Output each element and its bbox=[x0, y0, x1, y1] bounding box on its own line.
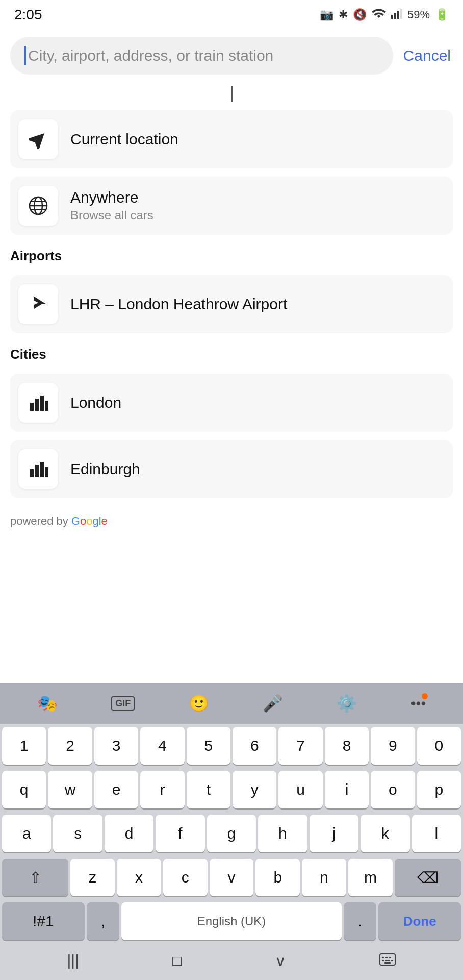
svg-rect-23 bbox=[391, 960, 393, 961]
svg-rect-9 bbox=[30, 403, 34, 411]
svg-rect-19 bbox=[385, 957, 388, 958]
svg-rect-15 bbox=[40, 462, 44, 477]
cancel-button[interactable]: Cancel bbox=[401, 43, 453, 68]
key-g[interactable]: g bbox=[207, 815, 256, 852]
current-location-title: Current location bbox=[70, 131, 445, 148]
key-u[interactable]: u bbox=[278, 771, 322, 808]
cities-section-header: Cities bbox=[0, 341, 463, 369]
key-2[interactable]: 2 bbox=[48, 727, 92, 765]
battery-text: 59% bbox=[407, 8, 430, 21]
key-o[interactable]: o bbox=[371, 771, 415, 808]
keyboard-row-bottom: !#1 , English (UK) . Done bbox=[0, 899, 463, 943]
powered-by-text: powered by bbox=[10, 514, 68, 528]
edinburgh-item[interactable]: Edinburgh bbox=[10, 440, 453, 498]
status-bar: 2:05 📷 ✱ 🔇 59% 🔋 bbox=[0, 0, 463, 29]
current-location-text: Current location bbox=[70, 131, 445, 148]
key-f[interactable]: f bbox=[156, 815, 204, 852]
svg-rect-20 bbox=[389, 957, 391, 958]
london-title: London bbox=[70, 394, 445, 411]
key-l[interactable]: l bbox=[412, 815, 461, 852]
google-brand: Google bbox=[71, 514, 108, 528]
search-placeholder: City, airport, address, or train station bbox=[28, 47, 273, 64]
svg-rect-3 bbox=[400, 9, 402, 19]
sticker-icon[interactable]: 🎭 bbox=[37, 694, 58, 713]
anywhere-subtitle: Browse all cars bbox=[70, 208, 445, 223]
edinburgh-title: Edinburgh bbox=[70, 460, 445, 478]
search-input-container[interactable]: City, airport, address, or train station bbox=[10, 37, 393, 75]
key-3[interactable]: 3 bbox=[94, 727, 138, 765]
key-0[interactable]: 0 bbox=[417, 727, 461, 765]
svg-rect-21 bbox=[382, 960, 384, 961]
wifi-icon bbox=[372, 8, 386, 22]
key-comma[interactable]: , bbox=[87, 902, 120, 940]
keyboard-row-qwerty: q w e r t y u i o p bbox=[0, 768, 463, 812]
key-x[interactable]: x bbox=[117, 859, 161, 896]
emoji-icon[interactable]: 🙂 bbox=[189, 694, 209, 713]
key-shift[interactable]: ⇧ bbox=[2, 859, 68, 896]
key-s[interactable]: s bbox=[53, 815, 102, 852]
mic-icon[interactable]: 🎤 bbox=[263, 694, 283, 713]
more-icon[interactable]: ••• bbox=[411, 695, 426, 712]
key-d[interactable]: d bbox=[105, 815, 153, 852]
key-m[interactable]: m bbox=[348, 859, 393, 896]
svg-rect-16 bbox=[45, 467, 48, 477]
lhr-text: LHR – London Heathrow Airport bbox=[70, 296, 445, 313]
text-cursor-line bbox=[231, 86, 233, 102]
key-i[interactable]: i bbox=[325, 771, 369, 808]
key-1[interactable]: 1 bbox=[2, 727, 46, 765]
key-h[interactable]: h bbox=[258, 815, 307, 852]
key-k[interactable]: k bbox=[361, 815, 409, 852]
key-t[interactable]: t bbox=[187, 771, 230, 808]
anywhere-item[interactable]: Anywhere Browse all cars bbox=[10, 177, 453, 235]
key-4[interactable]: 4 bbox=[140, 727, 184, 765]
key-n[interactable]: n bbox=[302, 859, 346, 896]
key-7[interactable]: 7 bbox=[278, 727, 322, 765]
key-e[interactable]: e bbox=[94, 771, 138, 808]
key-v[interactable]: v bbox=[210, 859, 254, 896]
key-period[interactable]: . bbox=[344, 902, 377, 940]
anywhere-icon-box bbox=[18, 186, 58, 226]
key-5[interactable]: 5 bbox=[187, 727, 230, 765]
location-list: Current location Anywhere Browse all car… bbox=[0, 105, 463, 235]
london-text: London bbox=[70, 394, 445, 411]
edinburgh-text: Edinburgh bbox=[70, 460, 445, 478]
key-symbols[interactable]: !#1 bbox=[2, 902, 85, 940]
key-q[interactable]: q bbox=[2, 771, 46, 808]
text-cursor-area bbox=[0, 80, 463, 105]
key-r[interactable]: r bbox=[140, 771, 184, 808]
key-b[interactable]: b bbox=[255, 859, 300, 896]
key-c[interactable]: c bbox=[163, 859, 208, 896]
nav-home-icon[interactable]: □ bbox=[172, 952, 182, 969]
key-6[interactable]: 6 bbox=[233, 727, 276, 765]
london-item[interactable]: London bbox=[10, 374, 453, 432]
search-area: City, airport, address, or train station… bbox=[0, 29, 463, 80]
keyboard-row-asdf: a s d f g h j k l bbox=[0, 812, 463, 855]
key-p[interactable]: p bbox=[417, 771, 461, 808]
bar-chart-icon-edinburgh bbox=[28, 459, 48, 479]
key-j[interactable]: j bbox=[310, 815, 358, 852]
nav-keyboard-icon[interactable] bbox=[379, 952, 396, 969]
key-w[interactable]: w bbox=[48, 771, 92, 808]
key-backspace[interactable]: ⌫ bbox=[395, 859, 461, 896]
key-done[interactable]: Done bbox=[378, 902, 461, 940]
gif-button[interactable]: GIF bbox=[111, 696, 135, 711]
key-8[interactable]: 8 bbox=[325, 727, 369, 765]
search-row: City, airport, address, or train station… bbox=[10, 37, 453, 75]
anywhere-title: Anywhere bbox=[70, 189, 445, 206]
nav-recents-icon[interactable]: ∨ bbox=[275, 952, 286, 970]
lhr-item[interactable]: LHR – London Heathrow Airport bbox=[10, 275, 453, 333]
current-location-item[interactable]: Current location bbox=[10, 110, 453, 168]
nav-back-icon[interactable]: ||| bbox=[67, 952, 79, 969]
settings-icon[interactable]: ⚙️ bbox=[337, 694, 357, 713]
lhr-title: LHR – London Heathrow Airport bbox=[70, 296, 445, 313]
key-9[interactable]: 9 bbox=[371, 727, 415, 765]
key-z[interactable]: z bbox=[70, 859, 115, 896]
key-a[interactable]: a bbox=[2, 815, 51, 852]
london-icon-box bbox=[18, 383, 58, 423]
key-space[interactable]: English (UK) bbox=[121, 902, 341, 940]
nav-bar: ||| □ ∨ bbox=[0, 943, 463, 980]
svg-rect-22 bbox=[385, 960, 390, 961]
keyboard: 🎭 GIF 🙂 🎤 ⚙️ ••• 1 2 3 4 5 6 7 8 9 0 q w… bbox=[0, 683, 463, 980]
key-y[interactable]: y bbox=[233, 771, 276, 808]
keyboard-row-numbers: 1 2 3 4 5 6 7 8 9 0 bbox=[0, 724, 463, 768]
